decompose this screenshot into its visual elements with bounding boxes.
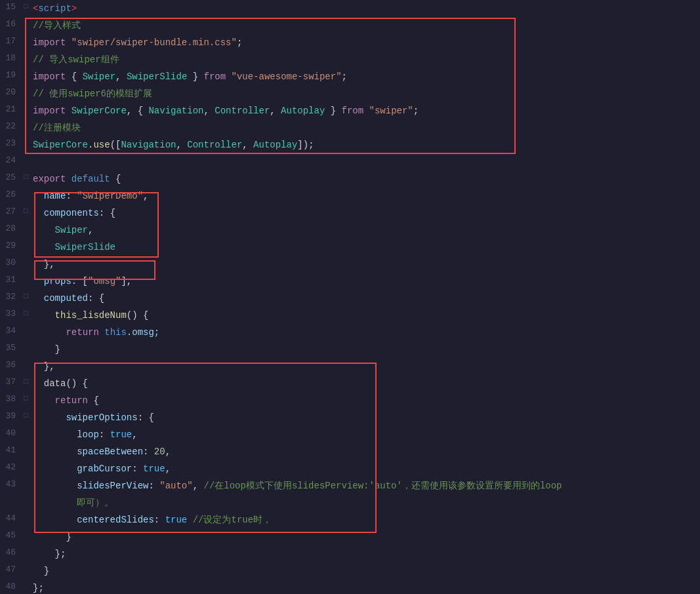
- fold-indicator: [24, 495, 33, 497]
- token: ,: [165, 464, 171, 474]
- code-line: 33□ this_lisdeNum() {: [0, 307, 700, 324]
- line-content: return {: [33, 393, 700, 408]
- line-number: 44: [0, 512, 24, 523]
- token: {: [88, 395, 99, 406]
- token: [226, 71, 231, 82]
- line-content: import SwiperCore, { Navigation, Control…: [33, 103, 700, 119]
- line-content: }: [33, 563, 700, 579]
- fold-indicator: □: [24, 393, 33, 403]
- line-number: 38: [0, 393, 24, 404]
- token: : {: [138, 412, 154, 423]
- token: this_lisdeNum: [55, 310, 127, 321]
- token: true: [143, 464, 165, 474]
- token: centeredSlides: [33, 515, 154, 525]
- token: : {: [88, 293, 104, 304]
- fold-indicator: [24, 35, 33, 37]
- token: //注册模块: [33, 123, 81, 133]
- fold-indicator: [24, 137, 33, 139]
- token: "vue-awesome-swiper": [232, 71, 342, 82]
- line-content: centeredSlides: true //设定为true时，: [33, 512, 700, 528]
- token: //在loop模式下使用slidesPerview:'auto'，还需使用该参数…: [203, 481, 562, 491]
- token: [363, 106, 369, 116]
- fold-indicator: [24, 512, 33, 514]
- token: :: [148, 481, 159, 491]
- code-line: 23 SwiperCore.use([Navigation, Controlle…: [0, 136, 700, 153]
- token: return: [55, 395, 88, 406]
- fold-indicator: [24, 86, 33, 88]
- line-number: 25: [0, 171, 24, 182]
- token: "omsg": [88, 276, 121, 287]
- fold-indicator: □: [24, 1, 33, 10]
- fold-indicator: [24, 120, 33, 122]
- line-content: // 导入swiper组件: [33, 52, 700, 68]
- fold-indicator: □: [24, 205, 33, 215]
- line-content: <script>: [33, 1, 700, 16]
- fold-indicator: [24, 427, 33, 429]
- line-number: 18: [0, 52, 24, 63]
- code-line: 16 //导入样式: [0, 17, 700, 34]
- code-line: 47 }: [0, 563, 700, 580]
- line-number: 24: [0, 154, 24, 165]
- code-line: 21 import SwiperCore, { Navigation, Cont…: [0, 102, 700, 119]
- line-number: 33: [0, 307, 24, 319]
- fold-indicator: [24, 273, 33, 275]
- token: use: [93, 140, 110, 150]
- token: grabCursor: [33, 464, 132, 474]
- token: SwiperCore: [33, 140, 88, 150]
- fold-indicator: [24, 222, 33, 224]
- code-line: 35 }: [0, 341, 700, 358]
- code-line: 36 },: [0, 358, 700, 375]
- line-number: 37: [0, 376, 24, 387]
- token: [66, 174, 71, 184]
- token: ,: [88, 225, 93, 235]
- token: 即可）。: [77, 498, 113, 508]
- line-content: name: "SwiperDemo",: [33, 188, 700, 204]
- line-content: //注册模块: [33, 120, 700, 136]
- code-line: 28 Swiper,: [0, 222, 700, 239]
- code-line: 48 };: [0, 580, 700, 594]
- token: };: [33, 549, 66, 559]
- line-number: 22: [0, 120, 24, 131]
- line-content: data() {: [33, 376, 700, 391]
- code-line: 31 props: ["omsg"],: [0, 273, 700, 290]
- code-line: 46 };: [0, 545, 700, 563]
- line-number: 29: [0, 239, 24, 250]
- token: "SwiperDemo": [77, 191, 143, 201]
- code-line: 24: [0, 153, 700, 170]
- code-line: 20 // 使用swiper6的模组扩展: [0, 85, 700, 102]
- token: data() {: [33, 378, 88, 389]
- line-number: 42: [0, 461, 24, 472]
- fold-indicator: [24, 529, 33, 531]
- token: : [: [72, 276, 88, 287]
- token: ]);: [297, 140, 314, 150]
- line-number: 26: [0, 188, 24, 199]
- code-line: 30 },: [0, 256, 700, 273]
- code-line: 34 return this.omsg;: [0, 324, 700, 341]
- code-line: 25□export default {: [0, 170, 700, 188]
- line-content: },: [33, 256, 700, 272]
- fold-indicator: [24, 188, 33, 190]
- fold-indicator: □: [24, 410, 33, 420]
- token: [66, 37, 71, 48]
- token: ,: [132, 429, 137, 440]
- fold-indicator: [24, 103, 33, 105]
- line-content: }: [33, 529, 700, 545]
- code-line: 26 name: "SwiperDemo",: [0, 188, 700, 205]
- line-number: 34: [0, 325, 24, 336]
- line-content: import { Swiper, SwiperSlide } from "vue…: [33, 69, 700, 85]
- token: ,: [143, 191, 148, 201]
- token: [187, 515, 192, 525]
- fold-indicator: □: [24, 307, 33, 317]
- line-content: // 使用swiper6的模组扩展: [33, 86, 700, 102]
- line-number: 20: [0, 86, 24, 97]
- line-content: loop: true,: [33, 427, 700, 443]
- fold-indicator: [24, 325, 33, 327]
- line-number: 47: [0, 563, 24, 574]
- token: SwiperSlide: [127, 71, 187, 82]
- token: ,: [165, 446, 171, 457]
- token: },: [33, 361, 55, 372]
- line-content: this_lisdeNum() {: [33, 307, 700, 323]
- token: script: [38, 3, 71, 14]
- line-number: 46: [0, 546, 24, 557]
- token: default: [72, 174, 110, 184]
